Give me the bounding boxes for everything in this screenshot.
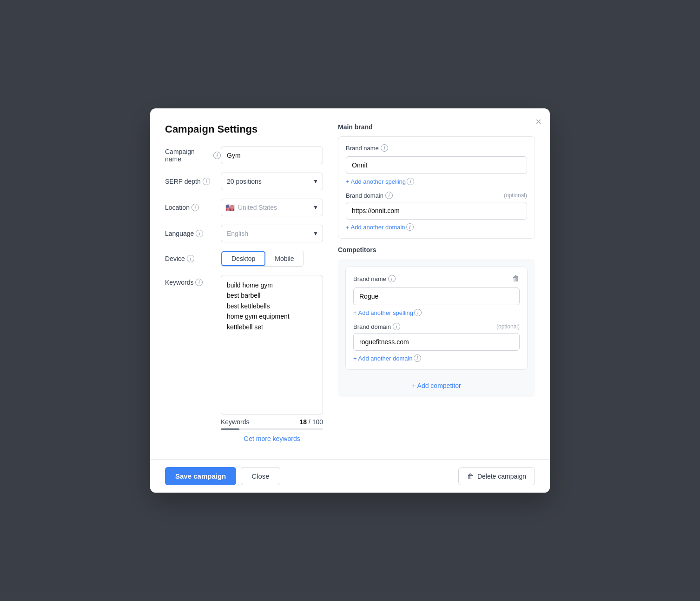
competitor-add-domain-label: + Add another domain (353, 355, 413, 362)
serp-depth-select[interactable]: 10 positions 20 positions 30 positions 5… (221, 173, 323, 190)
main-brand-name-input[interactable] (346, 156, 527, 174)
competitor-add-spelling-info-icon[interactable]: i (414, 309, 422, 316)
serp-depth-select-wrapper: 10 positions 20 positions 30 positions 5… (221, 173, 323, 190)
language-label: Language i (165, 230, 221, 237)
modal-footer: Save campaign Close 🗑 Delete campaign (150, 459, 550, 493)
location-select-wrapper: 🇺🇸 United States ▼ (221, 199, 323, 216)
competitor-brand-name-input[interactable] (353, 287, 520, 305)
language-label-text: Language (165, 230, 194, 237)
location-info-icon[interactable]: i (192, 204, 199, 211)
keywords-separator: / (309, 418, 312, 426)
keywords-info-icon[interactable]: i (195, 279, 203, 286)
left-column: Campaign Settings Campaign name i SERP d… (165, 123, 323, 448)
competitor-add-spelling-label: + Add another spelling (353, 309, 413, 316)
language-row: Language i English ▼ (165, 225, 323, 242)
location-label: Location i (165, 204, 221, 211)
campaign-name-label-text: Campaign name (165, 148, 211, 163)
campaign-settings-modal: × Campaign Settings Campaign name i SERP… (150, 108, 550, 493)
serp-depth-label: SERP depth i (165, 178, 221, 185)
close-x-button[interactable]: × (535, 117, 542, 127)
keywords-max: 100 (312, 418, 323, 426)
add-domain-button[interactable]: + Add another domain i (346, 223, 414, 231)
delete-campaign-icon: 🗑 (467, 473, 474, 480)
add-spelling-button[interactable]: + Add another spelling i (346, 178, 414, 185)
device-label: Device i (165, 255, 221, 262)
delete-competitor-button[interactable]: 🗑 (512, 274, 520, 283)
keywords-count-row: Keywords 18 / 100 (221, 418, 323, 426)
keywords-progress-bar-bg (221, 428, 323, 430)
get-more-keywords-container: Get more keywords (221, 435, 323, 442)
delete-campaign-button[interactable]: 🗑 Delete campaign (458, 467, 535, 485)
modal-title: Campaign Settings (165, 123, 323, 135)
get-more-keywords-button[interactable]: Get more keywords (244, 435, 300, 442)
competitor-brand-domain-optional: (optional) (496, 323, 520, 330)
us-flag-icon: 🇺🇸 (225, 203, 235, 212)
keywords-footer: Keywords 18 / 100 Get more keywords (221, 418, 323, 442)
keywords-textarea[interactable]: build home gym best barbell best kettleb… (221, 275, 323, 414)
brand-domain-row: Brand domain i (optional) (346, 192, 527, 199)
competitor-brand-name-info-icon[interactable]: i (388, 275, 396, 282)
device-label-text: Device (165, 255, 185, 262)
competitor-brand-domain-label-text: Brand domain (353, 323, 391, 330)
serp-depth-info-icon[interactable]: i (203, 178, 210, 185)
location-row: Location i 🇺🇸 United States ▼ (165, 199, 323, 216)
campaign-name-input[interactable] (221, 147, 323, 164)
competitor-card: Brand name i 🗑 + Add another spelling i (345, 267, 528, 370)
competitors-section-label: Competitors (338, 246, 535, 254)
location-select[interactable]: United States (221, 199, 323, 216)
add-domain-info-icon[interactable]: i (406, 223, 414, 231)
serp-depth-row: SERP depth i 10 positions 20 positions 3… (165, 173, 323, 190)
add-spelling-info-icon[interactable]: i (407, 178, 414, 185)
add-domain-label: + Add another domain (346, 224, 405, 231)
brand-domain-label-text: Brand domain (346, 192, 383, 199)
competitor-brand-domain-input[interactable] (353, 333, 520, 351)
campaign-name-info-icon[interactable]: i (213, 152, 221, 159)
device-row: Device i Desktop Mobile (165, 251, 323, 267)
language-select-wrapper: English ▼ (221, 225, 323, 242)
footer-left: Save campaign Close (165, 467, 280, 485)
location-label-text: Location (165, 204, 190, 211)
main-brand-domain-input[interactable] (346, 202, 527, 220)
keywords-count-value: 18 / 100 (299, 418, 323, 426)
brand-domain-label: Brand domain i (346, 192, 393, 199)
competitor-add-domain-info-icon[interactable]: i (414, 354, 421, 362)
keywords-current: 18 (299, 418, 307, 426)
language-select[interactable]: English (221, 225, 323, 242)
campaign-name-label: Campaign name i (165, 148, 221, 163)
add-competitor-button[interactable]: + Add competitor (345, 377, 528, 389)
right-column: Main brand Brand name i + Add another sp… (338, 123, 535, 448)
competitor-card-header: Brand name i 🗑 (353, 274, 520, 283)
main-brand-card: Brand name i + Add another spelling i Br… (338, 136, 535, 239)
brand-domain-info-icon[interactable]: i (385, 192, 393, 199)
keywords-progress-bar-fill (221, 428, 239, 430)
competitor-add-spelling-button[interactable]: + Add another spelling i (353, 309, 422, 316)
keywords-row: Keywords i build home gym best barbell b… (165, 275, 323, 414)
device-info-icon[interactable]: i (187, 255, 194, 262)
language-info-icon[interactable]: i (196, 230, 203, 237)
brand-domain-optional: (optional) (504, 192, 527, 199)
brand-name-field-label: Brand name i (346, 144, 527, 152)
competitors-section: Brand name i 🗑 + Add another spelling i (338, 259, 535, 397)
keywords-label-text: Keywords (165, 279, 193, 286)
competitor-brand-domain-info-icon[interactable]: i (393, 323, 400, 330)
competitor-brand-domain-row: Brand domain i (optional) (353, 323, 520, 330)
device-toggle: Desktop Mobile (221, 251, 304, 267)
delete-campaign-label: Delete campaign (477, 473, 526, 480)
competitor-brand-name-label-text: Brand name (353, 275, 386, 282)
add-spelling-label: + Add another spelling (346, 178, 406, 185)
serp-depth-label-text: SERP depth (165, 178, 201, 185)
campaign-name-row: Campaign name i (165, 147, 323, 164)
keywords-count-label: Keywords (221, 418, 249, 426)
mobile-button[interactable]: Mobile (265, 251, 303, 266)
close-button[interactable]: Close (241, 467, 280, 485)
desktop-button[interactable]: Desktop (221, 251, 265, 266)
keywords-label: Keywords i (165, 275, 221, 286)
brand-name-label-text: Brand name (346, 145, 379, 152)
save-campaign-button[interactable]: Save campaign (165, 467, 236, 485)
brand-name-info-icon[interactable]: i (381, 144, 388, 152)
competitor-brand-domain-label: Brand domain i (353, 323, 400, 330)
competitor-brand-name-label: Brand name i (353, 275, 396, 282)
competitor-add-domain-button[interactable]: + Add another domain i (353, 354, 421, 362)
main-brand-section-label: Main brand (338, 123, 535, 131)
